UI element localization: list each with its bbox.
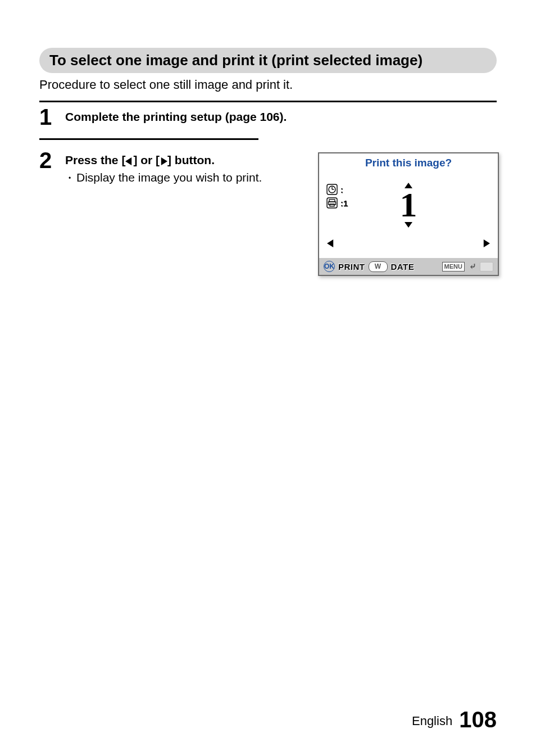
- step-bullet: • Display the image you wish to print.: [69, 170, 306, 185]
- svg-marker-13: [484, 239, 490, 247]
- step-body: Press the [] or [] button. • Display the…: [65, 149, 497, 276]
- lcd-illustration: Print this image?: [318, 152, 497, 276]
- svg-marker-0: [125, 157, 131, 165]
- svg-marker-1: [161, 157, 167, 165]
- step-title: Press the [] or [] button.: [65, 152, 306, 168]
- step-number: 2: [39, 149, 65, 171]
- triangle-right-icon: [160, 157, 167, 165]
- date-label: DATE: [391, 262, 415, 271]
- bullet-text: Display the image you wish to print.: [76, 170, 262, 185]
- card-icon: [480, 262, 493, 271]
- lcd-quantity: 1: [319, 182, 498, 229]
- svg-marker-12: [327, 239, 333, 247]
- lcd-screen: Print this image?: [318, 152, 499, 276]
- ok-icon: OK: [324, 261, 335, 272]
- menu-pill: MENU: [442, 262, 465, 271]
- page-number: 108: [459, 707, 497, 732]
- section-heading: To select one image and print it (print …: [39, 48, 497, 73]
- bullet-dot-icon: •: [69, 174, 76, 183]
- footer-language: English: [412, 714, 452, 728]
- page-footer: English 108: [412, 707, 497, 732]
- step-2: 2 Press the [] or [] button. • Display t…: [39, 149, 497, 276]
- triangle-down-icon: [319, 221, 498, 229]
- step-number: 1: [39, 106, 65, 128]
- horizontal-rule: [39, 101, 497, 102]
- w-icon: W: [369, 261, 388, 272]
- triangle-left-icon: [125, 157, 133, 165]
- step-1: 1 Complete the printing setup (page 106)…: [39, 106, 497, 128]
- step-title: Complete the printing setup (page 106).: [65, 109, 497, 125]
- nav-right-icon: [482, 238, 490, 250]
- document-page: To select one image and print it (print …: [0, 0, 536, 756]
- print-label: PRINT: [338, 262, 365, 271]
- svg-marker-11: [405, 222, 412, 228]
- step-body: Complete the printing setup (page 106).: [65, 106, 497, 126]
- lcd-title: Print this image?: [319, 157, 498, 169]
- lcd-bottom-bar: OK PRINT W DATE MENU ⤶: [319, 258, 498, 275]
- nav-left-icon: [327, 238, 335, 250]
- intro-text: Procedure to select one still image and …: [39, 76, 497, 93]
- back-arrow-icon: ⤶: [469, 261, 476, 271]
- lcd-big-number: 1: [319, 189, 498, 221]
